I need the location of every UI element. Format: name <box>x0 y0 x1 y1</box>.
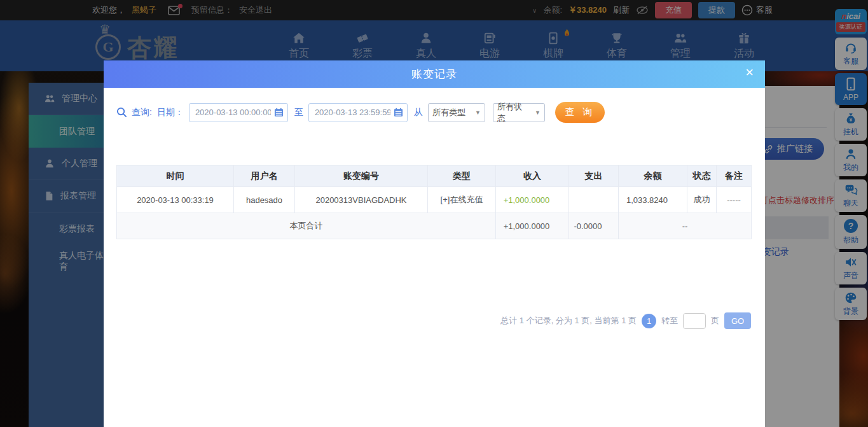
page: 欢迎您， 黑蝎子 预留信息： 安全退出 ∨ 余额: ￥33.8240 刷新 <box>0 0 868 427</box>
cell-change-no: 20200313VBIAGDADHK <box>295 187 428 213</box>
search-icon <box>116 107 127 118</box>
col-type[interactable]: 类型 <box>428 165 496 187</box>
summary-row: 本页合计 +1,000.0000 -0.0000 -- <box>117 213 752 239</box>
pagination-summary: 总计 1 个记录, 分为 1 页, 当前第 1 页 <box>500 315 637 326</box>
table-row: 2020-03-13 00:33:19 hadesado 20200313VBI… <box>117 187 752 213</box>
page-1-button[interactable]: 1 <box>642 314 656 328</box>
date-to-input[interactable] <box>308 103 408 122</box>
col-username[interactable]: 用户名 <box>234 165 295 187</box>
type-select[interactable]: 所有类型 ▼ <box>428 103 485 122</box>
date-label: 日期： <box>157 107 184 118</box>
cell-balance: 1,033.8240 <box>619 187 687 213</box>
filter-row: 查询: 日期： 至 <box>116 102 605 123</box>
close-icon[interactable]: × <box>745 66 754 80</box>
summary-income: +1,000.0000 <box>496 213 569 239</box>
col-status[interactable]: 状态 <box>687 165 717 187</box>
calendar-icon[interactable] <box>274 108 284 117</box>
status-select-value: 所有状态 <box>497 101 528 124</box>
cell-income: +1,000.0000 <box>496 187 569 213</box>
date-to-wrap <box>308 103 408 122</box>
col-time[interactable]: 时间 <box>117 165 234 187</box>
go-button[interactable]: GO <box>724 312 751 329</box>
col-remark[interactable]: 备注 <box>717 165 752 187</box>
chevron-down-icon: ▼ <box>535 109 541 116</box>
chevron-down-icon: ▼ <box>475 109 481 116</box>
col-income[interactable]: 收入 <box>496 165 569 187</box>
cell-time: 2020-03-13 00:33:19 <box>117 187 234 213</box>
goto-page-input[interactable] <box>683 313 706 329</box>
col-expense[interactable]: 支出 <box>569 165 619 187</box>
query-label: 查询: <box>132 107 152 118</box>
cell-username: hadesado <box>234 187 295 213</box>
account-change-table: 时间 用户名 账变编号 类型 收入 支出 余额 状态 备注 2020-03-13… <box>116 165 752 239</box>
col-balance[interactable]: 余额 <box>619 165 687 187</box>
summary-expense: -0.0000 <box>569 213 619 239</box>
cell-type: [+]在线充值 <box>428 187 496 213</box>
query-button[interactable]: 查 询 <box>555 102 605 123</box>
date-from-wrap <box>189 103 288 122</box>
page-unit-label: 页 <box>711 315 719 326</box>
cell-remark: ----- <box>717 187 752 213</box>
from-label: 从 <box>414 107 423 118</box>
calendar-icon[interactable] <box>394 108 403 117</box>
status-select[interactable]: 所有状态 ▼ <box>493 103 545 122</box>
cell-status: 成功 <box>687 187 717 213</box>
summary-label: 本页合计 <box>117 213 496 239</box>
account-change-modal: 账变记录 × 查询: 日期： 至 <box>104 60 765 427</box>
modal-title: 账变记录 <box>411 67 457 81</box>
type-select-value: 所有类型 <box>432 107 465 118</box>
goto-label: 转至 <box>661 315 678 326</box>
pagination: 总计 1 个记录, 分为 1 页, 当前第 1 页 1 转至 页 GO <box>500 312 751 329</box>
modal-header: 账变记录 × <box>104 60 765 88</box>
date-from-input[interactable] <box>189 103 288 122</box>
table-header-row: 时间 用户名 账变编号 类型 收入 支出 余额 状态 备注 <box>117 165 752 187</box>
summary-balance: -- <box>619 213 752 239</box>
to-label: 至 <box>294 107 303 118</box>
cell-expense <box>569 187 619 213</box>
col-change-no[interactable]: 账变编号 <box>295 165 428 187</box>
modal-body: 查询: 日期： 至 <box>104 88 765 427</box>
